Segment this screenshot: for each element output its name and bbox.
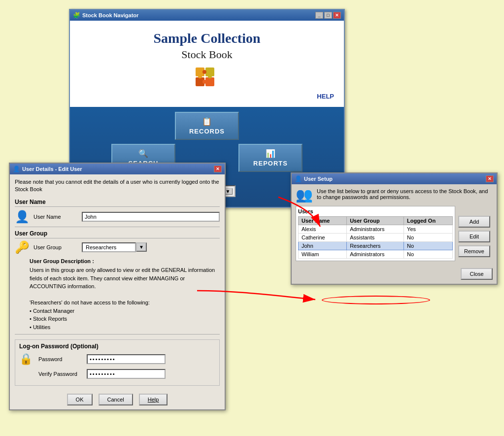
puzzle-icon <box>195 67 219 87</box>
user-setup-description: Use the list below to grant or deny user… <box>317 188 493 200</box>
password-section: Log-on Password (Optional) 🔒 Password 🔒 … <box>15 339 220 386</box>
col-username: User Name <box>299 217 347 225</box>
user-setup-bottom: Close <box>296 268 493 280</box>
usergroup-section-label: User Group <box>15 230 220 238</box>
main-header: Sample Collection Stock Book HELP <box>70 21 344 107</box>
username-field-row: 👤 User Name <box>15 210 220 224</box>
search-icon: 🔍 <box>138 149 149 158</box>
add-user-button[interactable]: Add <box>458 216 490 228</box>
users-group-box: Users User Name User Group Logged On Ale… <box>296 206 455 261</box>
records-button[interactable]: 📋 RECORDS <box>175 112 239 140</box>
table-cell-loggedOn: No <box>404 242 453 250</box>
user-details-titlebar-left: 👤 User Details - Edit User <box>13 166 82 172</box>
username-section-label: User Name <box>15 199 220 207</box>
table-cell-group: Administrators <box>347 225 404 234</box>
help-label: Help <box>148 397 159 402</box>
bullet-item: • Contact Manager <box>30 307 220 315</box>
password-input[interactable] <box>87 354 166 364</box>
table-row[interactable]: AlexisAdministratorsYes <box>299 225 453 234</box>
puzzle-svg <box>195 67 219 87</box>
user-avatar-icon: 👤 <box>15 210 30 224</box>
usergroup-row: 🔑 User Group Researchers ▼ <box>15 240 220 254</box>
svg-point-4 <box>198 74 202 78</box>
user-details-controls: ✕ <box>214 166 222 172</box>
users-table: User Name User Group Logged On AlexisAdm… <box>298 216 453 259</box>
close-setup-button[interactable]: Close <box>461 268 493 280</box>
main-window-title: Stock Book Navigator <box>82 12 138 18</box>
svg-point-5 <box>208 74 212 78</box>
usergroup-select-text: Researchers <box>82 242 136 252</box>
table-cell-name: John <box>299 242 347 250</box>
help-link[interactable]: HELP <box>75 93 339 102</box>
verify-password-label: Verify Password <box>38 371 83 377</box>
titlebar-left: 🧩 Stock Book Navigator <box>73 12 138 19</box>
username-input[interactable] <box>82 212 220 222</box>
user-setup-window: 👤 User Setup ✕ 👥 Use the list below to g… <box>291 172 498 285</box>
group-desc-title: User Group Description : <box>30 257 220 266</box>
col-loggedon: Logged On <box>404 217 453 225</box>
window-icon: 🧩 <box>73 12 80 19</box>
reports-label: REPORTS <box>253 160 288 167</box>
table-row[interactable]: JohnResearchersNo <box>299 242 453 250</box>
ok-label: OK <box>76 397 84 402</box>
usergroup-label: User Group <box>34 244 78 250</box>
username-label: User Name <box>34 214 78 220</box>
table-cell-loggedOn: No <box>404 234 453 242</box>
user-setup-icon: 👤 <box>295 175 302 182</box>
svg-point-6 <box>202 70 206 74</box>
table-row[interactable]: CatherineAssistantsNo <box>299 234 453 242</box>
usergroup-select[interactable]: Researchers ▼ <box>82 242 147 252</box>
reports-icon: 📊 <box>266 149 276 158</box>
table-cell-loggedOn: Yes <box>404 225 453 234</box>
ok-button[interactable]: OK <box>67 394 93 405</box>
close-button[interactable]: ✕ <box>333 12 341 19</box>
titlebar-controls: _ □ ✕ <box>315 12 341 19</box>
col-usergroup: User Group <box>347 217 404 225</box>
password-row: 🔒 Password <box>19 353 215 366</box>
header-subtitle: Stock Book <box>75 48 339 61</box>
group-desc-text2: 'Researchers' do not have access to the … <box>30 299 220 307</box>
records-label: RECORDS <box>189 128 225 135</box>
users-big-icon: 👥 <box>296 188 313 202</box>
user-setup-titlebar-left: 👤 User Setup <box>295 175 333 182</box>
bullet-item: • Stock Reports <box>30 315 220 323</box>
usergroup-arrow[interactable]: ▼ <box>136 242 147 252</box>
records-row: 📋 RECORDS <box>80 112 334 140</box>
header-title: Sample Collection <box>75 31 339 46</box>
table-cell-name: Catherine <box>299 234 347 242</box>
group-bullets: • Contact Manager• Stock Reports• Utilit… <box>30 307 220 332</box>
user-details-titlebar: 👤 User Details - Edit User ✕ <box>10 164 225 174</box>
user-details-title: User Details - Edit User <box>22 166 82 172</box>
cancel-button[interactable]: Cancel <box>99 394 133 405</box>
table-cell-loggedOn: No <box>404 250 453 259</box>
reports-button[interactable]: 📊 REPORTS <box>238 144 302 172</box>
table-row[interactable]: WilliamAdministratorsNo <box>299 250 453 259</box>
password-section-title: Log-on Password (Optional) <box>19 343 215 350</box>
maximize-button[interactable]: □ <box>324 12 332 19</box>
user-setup-titlebar: 👤 User Setup ✕ <box>292 173 497 184</box>
user-details-window: 👤 User Details - Edit User ✕ Please note… <box>9 163 226 410</box>
john-row-highlight <box>322 296 430 304</box>
table-cell-group: Assistants <box>347 234 404 242</box>
edit-user-button[interactable]: Edit <box>458 231 490 242</box>
user-setup-close-x[interactable]: ✕ <box>486 175 494 182</box>
records-icon: 📋 <box>202 117 212 126</box>
details-warning: Please note that you cannot edit the det… <box>15 178 220 194</box>
user-details-icon: 👤 <box>13 166 20 172</box>
cancel-label: Cancel <box>107 397 124 402</box>
user-details-content: Please note that you cannot edit the det… <box>10 174 225 409</box>
lock-icon: 🔒 <box>19 353 33 366</box>
table-cell-group: Administrators <box>347 250 404 259</box>
users-group-title: Users <box>298 208 453 214</box>
user-details-close-x[interactable]: ✕ <box>214 166 222 172</box>
group-description-box: User Group Description : Users in this g… <box>30 257 220 332</box>
verify-password-row: 🔒 Verify Password <box>19 368 215 380</box>
user-setup-controls: ✕ <box>486 175 494 182</box>
verify-password-input[interactable] <box>87 369 166 379</box>
svg-point-7 <box>202 80 206 84</box>
table-cell-name: Alexis <box>299 225 347 234</box>
help-button[interactable]: Help <box>139 394 168 405</box>
user-setup-header: 👥 Use the list below to grant or deny us… <box>296 188 493 202</box>
remove-user-button[interactable]: Remove <box>458 245 490 257</box>
minimize-button[interactable]: _ <box>315 12 323 19</box>
